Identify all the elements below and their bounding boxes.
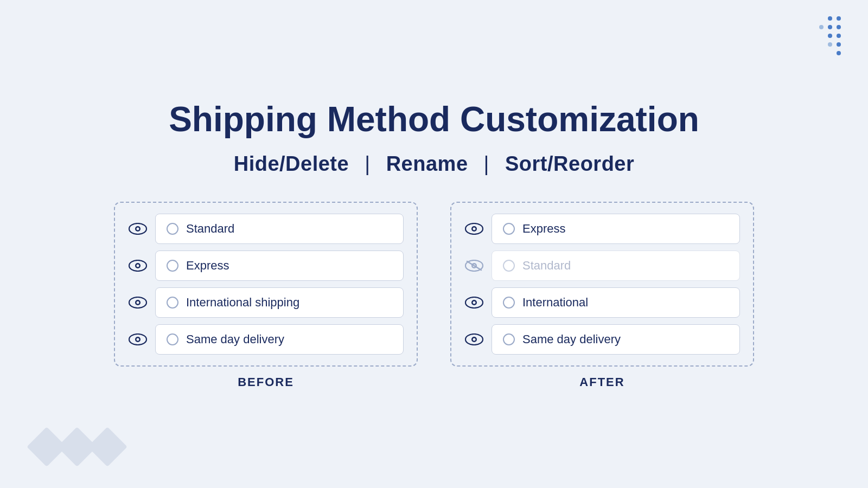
shipping-option-standard-after[interactable]: Standard bbox=[492, 251, 740, 281]
radio-sameday-after[interactable] bbox=[503, 333, 515, 345]
radio-standard-after[interactable] bbox=[503, 260, 515, 272]
after-label: AFTER bbox=[579, 375, 624, 389]
list-item: Same day delivery bbox=[128, 324, 404, 355]
eye-icon bbox=[464, 219, 484, 239]
list-item: International shipping bbox=[128, 287, 404, 318]
shipping-option-express[interactable]: Express bbox=[155, 251, 404, 281]
shipping-option-sameday-after[interactable]: Same day delivery bbox=[492, 324, 740, 355]
svg-line-18 bbox=[467, 261, 481, 270]
before-panel-wrapper: Standard Express bbox=[114, 202, 418, 389]
eye-icon bbox=[128, 330, 148, 349]
dot bbox=[837, 16, 841, 21]
shipping-option-international-after[interactable]: International bbox=[492, 287, 740, 318]
radio-international-after[interactable] bbox=[503, 297, 515, 309]
list-item: Same day delivery bbox=[464, 324, 740, 355]
radio-express[interactable] bbox=[167, 260, 178, 272]
radio-standard[interactable] bbox=[167, 223, 178, 235]
after-panel-wrapper: Express Standard bbox=[450, 202, 754, 389]
shipping-label: Standard bbox=[522, 259, 571, 273]
subtitle-hide-delete: Hide/Delete bbox=[234, 152, 349, 175]
list-item: Standard bbox=[128, 214, 404, 244]
logo-decoration bbox=[33, 433, 122, 461]
shipping-option-standard[interactable]: Standard bbox=[155, 214, 404, 244]
list-item: Express bbox=[464, 214, 740, 244]
shipping-label: International shipping bbox=[186, 296, 299, 310]
dot bbox=[837, 42, 841, 47]
dot bbox=[837, 25, 841, 29]
diamond-shape bbox=[87, 427, 127, 467]
subtitle-sep2: | bbox=[484, 152, 489, 175]
svg-point-8 bbox=[137, 301, 139, 304]
shipping-option-sameday[interactable]: Same day delivery bbox=[155, 324, 404, 355]
list-item: Express bbox=[128, 251, 404, 281]
after-panel: Express Standard bbox=[450, 202, 754, 367]
dot bbox=[828, 16, 832, 21]
eye-icon bbox=[128, 293, 148, 312]
panels-row: Standard Express bbox=[114, 202, 754, 389]
radio-international[interactable] bbox=[167, 297, 178, 309]
list-item: International bbox=[464, 287, 740, 318]
before-panel: Standard Express bbox=[114, 202, 418, 367]
dot bbox=[819, 25, 824, 29]
svg-point-5 bbox=[137, 264, 139, 267]
page-title: Shipping Method Customization bbox=[169, 99, 699, 139]
dot bbox=[828, 42, 832, 47]
dot bbox=[828, 34, 832, 38]
dots-decoration bbox=[819, 16, 841, 55]
shipping-label: Same day delivery bbox=[186, 332, 284, 346]
dot bbox=[828, 25, 832, 29]
subtitle-sep1: | bbox=[365, 152, 370, 175]
dot bbox=[837, 51, 841, 55]
before-label: BEFORE bbox=[238, 375, 294, 389]
eye-icon bbox=[128, 256, 148, 275]
shipping-label: Express bbox=[186, 259, 229, 273]
subtitle: Hide/Delete | Rename | Sort/Reorder bbox=[234, 152, 635, 176]
eye-icon bbox=[464, 293, 484, 312]
shipping-option-international[interactable]: International shipping bbox=[155, 287, 404, 318]
svg-point-24 bbox=[473, 338, 476, 341]
shipping-label: Express bbox=[522, 222, 565, 236]
subtitle-sort-reorder: Sort/Reorder bbox=[505, 152, 634, 175]
eye-icon bbox=[128, 219, 148, 239]
dot bbox=[837, 34, 841, 38]
subtitle-rename: Rename bbox=[386, 152, 468, 175]
eye-hidden-icon bbox=[464, 256, 484, 275]
svg-point-21 bbox=[473, 301, 476, 304]
list-item: Standard bbox=[464, 251, 740, 281]
shipping-label: Same day delivery bbox=[522, 332, 621, 346]
svg-point-14 bbox=[473, 227, 476, 230]
shipping-label: Standard bbox=[186, 222, 234, 236]
radio-sameday[interactable] bbox=[167, 333, 178, 345]
radio-express-after[interactable] bbox=[503, 223, 515, 235]
eye-icon bbox=[464, 330, 484, 349]
svg-point-2 bbox=[137, 227, 139, 230]
shipping-label: International bbox=[522, 296, 588, 310]
svg-point-11 bbox=[137, 338, 139, 341]
shipping-option-express-after[interactable]: Express bbox=[492, 214, 740, 244]
